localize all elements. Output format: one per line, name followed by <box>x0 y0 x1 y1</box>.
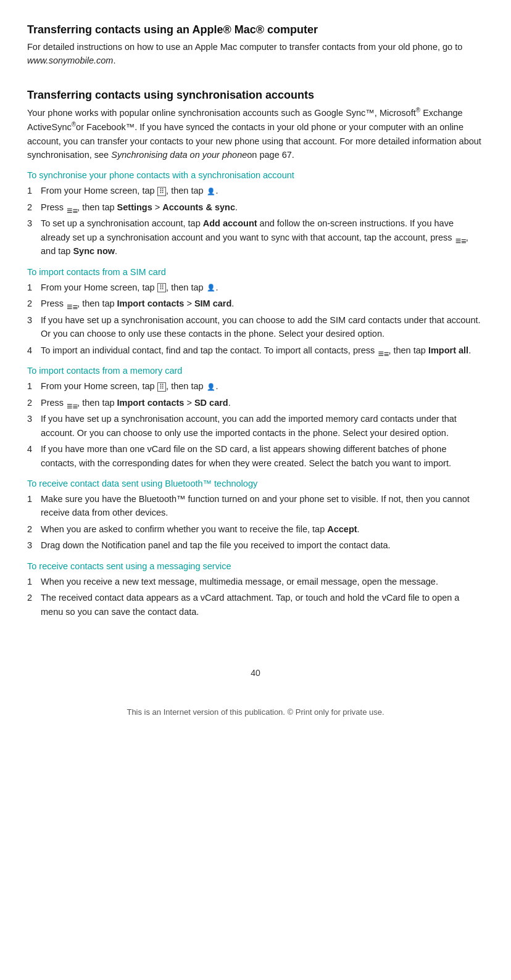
list-item: 2 Press ≡, then tap Settings > Accounts … <box>27 200 484 214</box>
list-item: 1 From your Home screen, tap ⠿, then tap… <box>27 281 484 294</box>
section-mac: Transferring contacts using an Apple® Ma… <box>27 23 484 68</box>
sync-account-steps: 1 From your Home screen, tap ⠿, then tap… <box>27 184 484 258</box>
list-item: 3 To set up a synchronisation account, t… <box>27 216 484 258</box>
menu-icon: ≡ <box>67 300 77 308</box>
page-footer: This is an Internet version of this publ… <box>27 702 484 717</box>
list-item: 1 From your Home screen, tap ⠿, then tap… <box>27 379 484 393</box>
page-number: 40 <box>27 668 484 678</box>
list-item: 3 Drag down the Notification panel and t… <box>27 538 484 552</box>
receive-bt-steps: 1 Make sure you have the Bluetooth™ func… <box>27 492 484 553</box>
sync-reference: Synchronising data on your phone <box>111 150 247 160</box>
section-mac-body: For detailed instructions on how to use … <box>27 40 484 68</box>
menu-icon: ≡ <box>67 400 77 407</box>
list-item: 1 From your Home screen, tap ⠿, then tap… <box>27 184 484 197</box>
subsection-sync-account-heading: To synchronise your phone contacts with … <box>27 170 484 180</box>
subsection-receive-msg: To receive contacts sent using a messagi… <box>27 561 484 619</box>
menu-icon: ≡ <box>378 347 388 355</box>
import-sim-steps: 1 From your Home screen, tap ⠿, then tap… <box>27 281 484 357</box>
section-mac-heading: Transferring contacts using an Apple® Ma… <box>27 23 484 36</box>
subsection-receive-bt: To receive contact data sent using Bluet… <box>27 479 484 553</box>
section-sync-body: Your phone works with popular online syn… <box>27 105 484 162</box>
website-link: www.sonymobile.com <box>27 56 113 65</box>
subsection-import-sim-heading: To import contacts from a SIM card <box>27 267 484 277</box>
apps-icon: ⠿ <box>157 283 167 292</box>
section-sync-heading: Transferring contacts using synchronisat… <box>27 89 484 102</box>
list-item: 2 The received contact data appears as a… <box>27 591 484 619</box>
list-item: 4 To import an individual contact, find … <box>27 344 484 357</box>
contacts-icon: 👤 <box>207 382 215 392</box>
subsection-import-memory-heading: To import contacts from a memory card <box>27 366 484 376</box>
subsection-import-sim: To import contacts from a SIM card 1 Fro… <box>27 267 484 357</box>
apps-icon: ⠿ <box>157 382 167 392</box>
subsection-receive-msg-heading: To receive contacts sent using a messagi… <box>27 561 484 571</box>
list-item: 2 When you are asked to confirm whether … <box>27 522 484 536</box>
list-item: 3 If you have set up a synchronisation a… <box>27 412 484 440</box>
apps-icon: ⠿ <box>157 187 167 196</box>
list-item: 2 Press ≡, then tap Import contacts > SD… <box>27 396 484 410</box>
menu-icon: ≡ <box>455 234 465 242</box>
import-memory-steps: 1 From your Home screen, tap ⠿, then tap… <box>27 379 484 470</box>
receive-msg-steps: 1 When you receive a new text message, m… <box>27 575 484 619</box>
list-item: 2 Press ≡, then tap Import contacts > SI… <box>27 297 484 310</box>
subsection-import-memory: To import contacts from a memory card 1 … <box>27 366 484 470</box>
section-sync: Transferring contacts using synchronisat… <box>27 89 484 619</box>
contacts-icon: 👤 <box>207 282 215 293</box>
subsection-sync-account: To synchronise your phone contacts with … <box>27 170 484 258</box>
list-item: 1 When you receive a new text message, m… <box>27 575 484 588</box>
subsection-receive-bt-heading: To receive contact data sent using Bluet… <box>27 479 484 488</box>
list-item: 3 If you have set up a synchronisation a… <box>27 313 484 341</box>
menu-icon: ≡ <box>67 204 77 212</box>
list-item: 4 If you have more than one vCard file o… <box>27 442 484 470</box>
list-item: 1 Make sure you have the Bluetooth™ func… <box>27 492 484 520</box>
contacts-icon: 👤 <box>207 186 215 197</box>
